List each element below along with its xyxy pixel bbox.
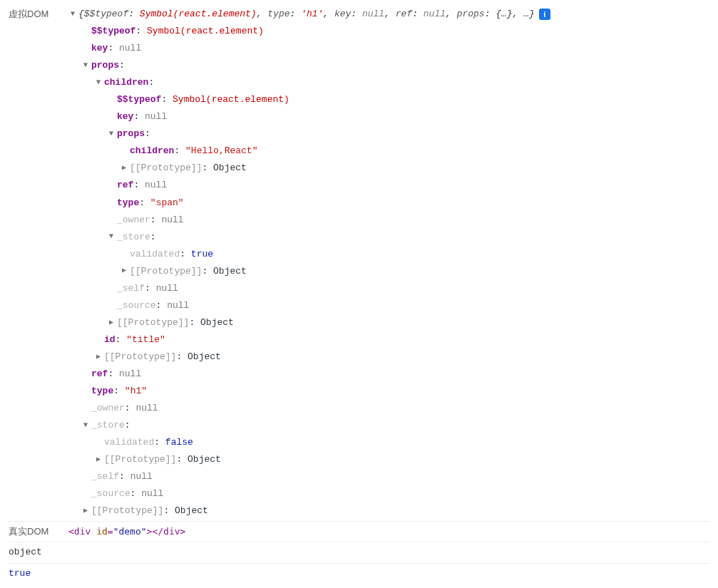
chevron-right-icon[interactable] <box>120 264 128 278</box>
child-source[interactable]: _source: null <box>68 297 709 314</box>
chevron-right-icon[interactable] <box>94 351 103 364</box>
real-dom-label: 真实DOM <box>9 523 60 540</box>
object-summary[interactable]: {$$typeof: Symbol(react.element), type: … <box>68 6 709 23</box>
child-store[interactable]: _store: <box>68 229 709 246</box>
chevron-down-icon[interactable] <box>81 419 90 433</box>
prop-props[interactable]: props: <box>68 57 709 74</box>
chevron-right-icon[interactable] <box>94 453 103 467</box>
child-typeof[interactable]: $$typeof: Symbol(react.element) <box>68 91 709 108</box>
child-children-value[interactable]: children: "Hello,React" <box>68 143 709 160</box>
child-owner[interactable]: _owner: null <box>68 212 709 229</box>
child-self[interactable]: _self: null <box>68 280 709 297</box>
chevron-down-icon[interactable] <box>94 76 103 90</box>
prop-children[interactable]: children: <box>68 74 709 91</box>
root-proto[interactable]: [[Prototype]]: Object <box>68 502 709 520</box>
chevron-right-icon[interactable] <box>120 162 128 175</box>
prop-typeof[interactable]: $$typeof: Symbol(react.element) <box>68 23 709 40</box>
chevron-down-icon[interactable] <box>81 59 90 73</box>
chevron-down-icon[interactable] <box>68 8 77 21</box>
info-icon[interactable]: i <box>539 9 550 20</box>
chevron-right-icon[interactable] <box>107 316 116 330</box>
child-store-validated[interactable]: validated: true <box>68 246 709 263</box>
prop-self[interactable]: _self: null <box>68 468 709 485</box>
prop-id[interactable]: id: "title" <box>68 331 709 349</box>
separator-2 <box>9 542 709 542</box>
children-proto[interactable]: [[Prototype]]: Object <box>68 314 709 331</box>
child-type[interactable]: type: "span" <box>68 195 709 212</box>
child-store-proto[interactable]: [[Prototype]]: Object <box>68 263 709 280</box>
props-proto[interactable]: [[Prototype]]: Object <box>68 349 709 366</box>
child-props[interactable]: props: <box>68 125 709 143</box>
child-key[interactable]: key: null <box>68 108 709 125</box>
prop-key[interactable]: key: null <box>68 40 709 57</box>
chevron-down-icon[interactable] <box>107 230 116 244</box>
prop-owner[interactable]: _owner: null <box>68 400 709 417</box>
virtual-dom-label: 虚拟DOM <box>9 6 60 23</box>
prop-source[interactable]: _source: null <box>68 485 709 502</box>
log-object: object <box>9 544 709 561</box>
child-ref[interactable]: ref: null <box>68 177 709 194</box>
log-true: true <box>9 565 709 582</box>
store-validated[interactable]: validated: false <box>68 434 709 451</box>
real-dom-value[interactable]: <div id="demo"></div> <box>68 523 185 540</box>
child-props-proto[interactable]: [[Prototype]]: Object <box>68 160 709 177</box>
chevron-down-icon[interactable] <box>107 128 116 141</box>
real-dom-row: 真实DOM <div id="demo"></div> <box>9 523 709 540</box>
virtual-dom-row: 虚拟DOM {$$typeof: Symbol(react.element), … <box>9 6 709 520</box>
prop-type[interactable]: type: "h1" <box>68 383 709 400</box>
prop-ref[interactable]: ref: null <box>68 366 709 383</box>
prop-store[interactable]: _store: <box>68 417 709 434</box>
object-tree: {$$typeof: Symbol(react.element), type: … <box>68 6 709 520</box>
separator-1 <box>9 521 709 522</box>
separator-3 <box>9 563 709 564</box>
chevron-right-icon[interactable] <box>81 505 90 518</box>
store-proto[interactable]: [[Prototype]]: Object <box>68 451 709 468</box>
